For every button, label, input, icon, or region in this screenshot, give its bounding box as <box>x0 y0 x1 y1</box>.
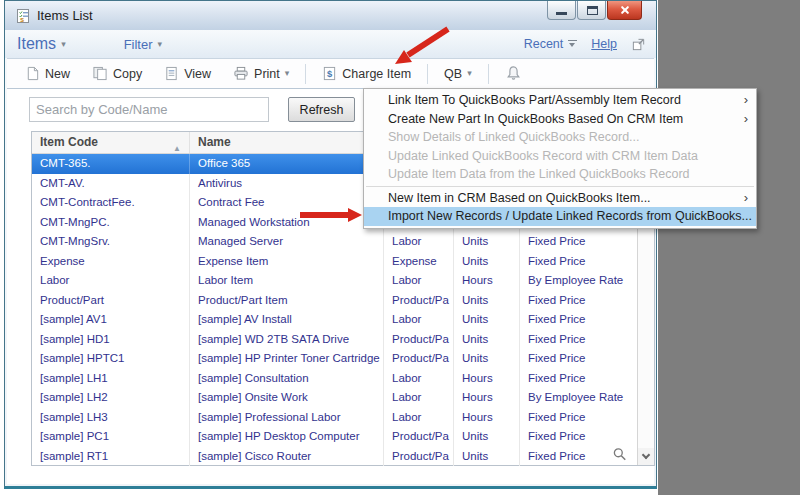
cell-name: [sample] HP Desktop Computer <box>190 427 384 447</box>
close-button[interactable] <box>607 1 642 20</box>
cell-uom: Units <box>454 291 520 311</box>
qb-menu-item[interactable]: Import New Records / Update Linked Recor… <box>364 207 756 226</box>
cell-price: Fixed Price <box>520 291 637 311</box>
cell-uom: Units <box>454 330 520 350</box>
popout-window-button[interactable] <box>631 37 646 52</box>
chevron-down-icon <box>642 451 650 459</box>
minimize-button[interactable] <box>547 1 576 20</box>
cell-uom: Units <box>454 232 520 252</box>
cell-type: Expense <box>384 252 454 272</box>
charge-dollar-icon: $ <box>322 66 337 81</box>
new-button[interactable]: New <box>17 62 78 85</box>
cell-price: Fixed Price <box>520 427 637 447</box>
toolbar-separator <box>305 64 306 84</box>
table-row[interactable]: [sample] LH2 [sample] Onsite Work Labor … <box>32 388 637 408</box>
cell-price: Fixed Price <box>520 349 637 369</box>
items-list-window-icon: s <box>15 8 31 24</box>
cell-price: Fixed Price <box>520 408 637 428</box>
desktop-background <box>658 0 800 495</box>
items-menu[interactable]: Items ▾ <box>17 35 66 53</box>
cell-name: [sample] Onsite Work <box>190 388 384 408</box>
cell-name: [sample] HP Printer Toner Cartridge <box>190 349 384 369</box>
submenu-arrow-icon: › <box>744 110 748 129</box>
cell-type: Product/Pa <box>384 330 454 350</box>
qb-menu-item-label: Update Item Data from the Linked QuickBo… <box>388 167 690 181</box>
cell-item-code: [sample] AV1 <box>32 310 190 330</box>
filter-menu-label: Filter <box>124 37 153 52</box>
notifications-button[interactable] <box>497 61 530 86</box>
cell-uom: Units <box>454 252 520 272</box>
help-link[interactable]: Help <box>591 37 617 51</box>
qb-dropdown-caret-icon: ▾ <box>467 69 472 78</box>
table-row[interactable]: CMT-MngSrv. Managed Server Labor Units F… <box>32 232 637 252</box>
maximize-button[interactable] <box>577 1 606 20</box>
items-menu-label: Items <box>17 35 56 53</box>
qb-menu-item[interactable]: New Item in CRM Based on QuickBooks Item… <box>364 189 756 208</box>
recent-menu-label: Recent <box>524 37 564 51</box>
table-row[interactable]: [sample] HD1 [sample] WD 2TB SATA Drive … <box>32 330 637 350</box>
cell-item-code: CMT-365. <box>32 154 190 174</box>
header-name[interactable]: Name <box>190 132 384 153</box>
copy-button-label: Copy <box>113 67 142 81</box>
cell-item-code: [sample] LH2 <box>32 388 190 408</box>
cell-type: Labor <box>384 369 454 389</box>
table-row[interactable]: [sample] LH1 [sample] Consultation Labor… <box>32 369 637 389</box>
table-row[interactable]: Product/Part Product/Part Item Product/P… <box>32 291 637 311</box>
qb-menu-item[interactable]: Update Linked QuickBooks Record with CRM… <box>364 147 756 166</box>
header-item-code[interactable]: Item Code ▲ <box>32 132 190 153</box>
print-button-label: Print <box>254 67 280 81</box>
cell-item-code: [sample] LH1 <box>32 369 190 389</box>
cell-name: Labor Item <box>190 271 384 291</box>
scrollbar-down-button[interactable] <box>638 448 654 465</box>
table-row[interactable]: Expense Expense Item Expense Units Fixed… <box>32 252 637 272</box>
print-button[interactable]: Print ▾ <box>225 62 297 85</box>
cell-name: [sample] Professional Labor <box>190 408 384 428</box>
table-row[interactable]: [sample] LH3 [sample] Professional Labor… <box>32 408 637 428</box>
cell-name: [sample] WD 2TB SATA Drive <box>190 330 384 350</box>
svg-text:s: s <box>20 14 24 23</box>
table-row[interactable]: [sample] HPTC1 [sample] HP Printer Toner… <box>32 349 637 369</box>
search-input[interactable] <box>29 97 269 122</box>
filter-menu[interactable]: Filter ▾ <box>124 37 162 52</box>
copy-button[interactable]: Copy <box>84 62 150 85</box>
qb-menu-item[interactable]: Link Item To QuickBooks Part/Assembly It… <box>364 91 756 110</box>
header-item-code-label: Item Code <box>40 135 98 149</box>
menubar: Items ▾ Filter ▾ Recent Help <box>5 30 656 58</box>
titlebar[interactable]: s Items List <box>5 1 656 30</box>
cell-item-code: [sample] RT1 <box>32 447 190 467</box>
qb-menu-item-label: New Item in CRM Based on QuickBooks Item… <box>388 191 651 205</box>
svg-text:$: $ <box>327 69 333 79</box>
search-in-list-button[interactable] <box>612 447 628 462</box>
view-document-icon <box>164 66 179 81</box>
table-row[interactable]: [sample] AV1 [sample] AV Install Labor U… <box>32 310 637 330</box>
cell-uom: Hours <box>454 271 520 291</box>
table-row[interactable]: Labor Labor Item Labor Hours By Employee… <box>32 271 637 291</box>
toolbar-separator <box>427 64 428 84</box>
cell-item-code: [sample] HPTC1 <box>32 349 190 369</box>
view-button[interactable]: View <box>156 62 219 85</box>
cell-type: Labor <box>384 271 454 291</box>
qb-menu-item[interactable]: Show Details of Linked QuickBooks Record… <box>364 128 756 147</box>
refresh-button[interactable]: Refresh <box>288 97 355 122</box>
charge-item-button[interactable]: $ Charge Item <box>314 62 419 85</box>
copy-icon <box>92 66 108 81</box>
printer-icon <box>233 66 249 81</box>
qb-menu-item[interactable]: Update Item Data from the Linked QuickBo… <box>364 165 756 184</box>
charge-item-button-label: Charge Item <box>342 67 411 81</box>
qb-menu-item-label: Show Details of Linked QuickBooks Record… <box>388 130 640 144</box>
cell-item-code: [sample] PC1 <box>32 427 190 447</box>
cell-name: Expense Item <box>190 252 384 272</box>
qb-button[interactable]: QB ▾ <box>436 63 480 85</box>
cell-uom: Units <box>454 447 520 467</box>
view-button-label: View <box>184 67 211 81</box>
minimize-icon <box>556 12 567 15</box>
cell-uom: Hours <box>454 408 520 428</box>
table-row[interactable]: [sample] PC1 [sample] HP Desktop Compute… <box>32 427 637 447</box>
table-row[interactable]: [sample] RT1 [sample] Cisco Router Produ… <box>32 447 637 467</box>
cell-type: Product/Pa <box>384 447 454 467</box>
cell-name: Product/Part Item <box>190 291 384 311</box>
qb-menu-item[interactable]: Create New Part In QuickBooks Based On C… <box>364 110 756 129</box>
cell-item-code: CMT-MngPC. <box>32 213 190 233</box>
recent-menu[interactable]: Recent <box>524 37 578 51</box>
print-dropdown-caret-icon: ▾ <box>285 69 290 78</box>
